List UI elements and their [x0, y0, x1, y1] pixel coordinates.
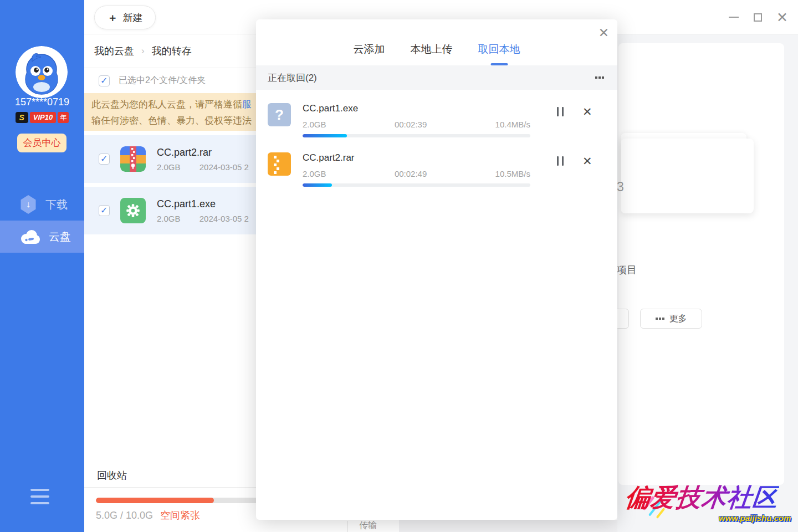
- new-button-label: 新建: [123, 11, 143, 24]
- download-time: 00:02:49: [395, 169, 427, 178]
- more-button[interactable]: 更多: [640, 309, 702, 329]
- storage-warning: 空间紧张: [160, 510, 200, 521]
- download-progress-fill: [303, 183, 332, 187]
- rar-file-icon: [120, 146, 146, 172]
- divider: [347, 521, 348, 532]
- app-window: ＋ 新建 ✕ 157****0719 S: [0, 0, 798, 532]
- user-phone: 157****0719: [0, 96, 84, 108]
- file-checkbox[interactable]: [99, 154, 110, 165]
- cancel-download-button[interactable]: ✕: [582, 106, 592, 117]
- recycle-bin-link[interactable]: 回收站: [97, 469, 127, 482]
- unknown-file-icon: ?: [268, 103, 291, 126]
- vip-badge[interactable]: S VIP10 年: [0, 112, 84, 123]
- download-progressbar: [303, 183, 530, 187]
- file-name: CC.part1.exe: [157, 198, 249, 210]
- vip-level-badge: VIP10: [30, 112, 56, 123]
- file-date: 2024-03-05 2: [200, 162, 249, 172]
- tab-cloud-add[interactable]: 云添加: [354, 42, 385, 58]
- new-button[interactable]: ＋ 新建: [94, 6, 156, 29]
- download-name: CC.part2.rar: [303, 152, 530, 163]
- download-row: ? CC.part1.exe 2.0GB 00:02:39 10.4MB/s ✕: [256, 103, 617, 137]
- download-list: ? CC.part1.exe 2.0GB 00:02:39 10.4MB/s ✕: [256, 90, 617, 187]
- preview-card-front: [621, 139, 754, 213]
- file-checkbox[interactable]: [99, 205, 110, 216]
- transfer-modal: ✕ 云添加 本地上传 取回本地 正在取回(2) ? CC.part1.exe 2…: [256, 19, 617, 520]
- cancel-download-button[interactable]: ✕: [582, 155, 592, 167]
- zip-file-icon: [268, 152, 291, 176]
- modal-tabs: 云添加 本地上传 取回本地: [256, 19, 617, 65]
- file-name: CC.part2.rar: [157, 147, 249, 158]
- exe-file-icon: [120, 198, 146, 223]
- window-close-button[interactable]: ✕: [776, 12, 788, 23]
- vip-year-badge: 年: [58, 112, 69, 123]
- more-dots-icon: [656, 318, 664, 320]
- storage-usage: 5.0G / 10.0G: [96, 510, 153, 521]
- select-all-checkbox[interactable]: [99, 75, 110, 86]
- download-size: 2.0GB: [303, 120, 326, 129]
- item-count-fragment: 3: [617, 180, 624, 195]
- vip-s-icon: S: [16, 112, 28, 123]
- breadcrumb-root[interactable]: 我的云盘: [94, 44, 134, 58]
- file-date: 2024-03-05 2: [200, 214, 249, 223]
- download-progressbar: [303, 134, 530, 137]
- download-icon: ↓: [20, 195, 37, 214]
- sidebar: 157****0719 S VIP10 年 会员中心 ↓ 下载 云盘: [0, 0, 84, 532]
- breadcrumb-current[interactable]: 我的转存: [152, 44, 192, 58]
- transfer-tab[interactable]: 传输: [359, 520, 377, 531]
- sidebar-item-download[interactable]: ↓ 下载: [0, 188, 84, 221]
- minimize-button[interactable]: [728, 12, 739, 23]
- section-more-icon[interactable]: [595, 76, 604, 79]
- modal-close-icon[interactable]: ✕: [598, 27, 609, 39]
- sidebar-item-label: 云盘: [49, 229, 71, 244]
- download-progress-fill: [303, 134, 347, 137]
- download-time: 00:02:39: [395, 120, 427, 129]
- notice-link[interactable]: 服: [242, 99, 252, 110]
- maximize-button[interactable]: [754, 13, 762, 22]
- bottom-bar: 传输: [84, 520, 617, 532]
- notice-line1: 此云盘为您的私人云盘，请严格遵循: [91, 99, 242, 110]
- items-label-fragment: 项目: [617, 263, 637, 277]
- download-size: 2.0GB: [303, 169, 326, 178]
- download-name: CC.part1.exe: [303, 103, 530, 114]
- more-button-label: 更多: [669, 313, 687, 325]
- tab-retrieve-local[interactable]: 取回本地: [478, 42, 520, 58]
- pause-button[interactable]: [557, 106, 564, 116]
- detail-card: 3 项目 更多: [618, 43, 784, 485]
- download-speed: 10.5MB/s: [495, 169, 530, 178]
- file-size: 2.0GB: [157, 162, 181, 172]
- member-center-button[interactable]: 会员中心: [17, 134, 66, 152]
- plus-icon: ＋: [108, 11, 118, 25]
- tab-local-upload[interactable]: 本地上传: [411, 42, 453, 58]
- chevron-right-icon: ›: [141, 45, 145, 57]
- retrieving-section-header: 正在取回(2): [256, 65, 617, 90]
- sidebar-item-label: 下载: [45, 197, 68, 212]
- window-controls: ✕: [728, 0, 788, 34]
- section-title: 正在取回(2): [268, 71, 317, 84]
- hamburger-menu-icon[interactable]: [30, 489, 49, 509]
- selection-count-label: 已选中2个文件/文件夹: [119, 75, 206, 86]
- download-speed: 10.4MB/s: [495, 120, 530, 129]
- storage-progress-fill: [96, 498, 214, 503]
- avatar[interactable]: [16, 46, 68, 98]
- pause-button[interactable]: [557, 155, 564, 166]
- download-row: CC.part2.rar 2.0GB 00:02:49 10.5MB/s ✕: [256, 152, 617, 187]
- right-panel: 3 项目 更多: [617, 34, 798, 532]
- file-size: 2.0GB: [157, 214, 181, 223]
- cloud-icon: [20, 229, 40, 244]
- sidebar-item-cloud-disk[interactable]: 云盘: [0, 221, 84, 253]
